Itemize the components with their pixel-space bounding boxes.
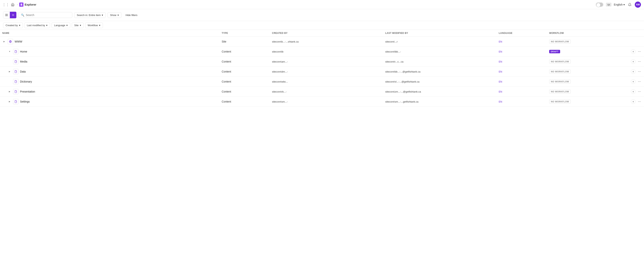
last-modified-by-filter-label: Last modified by — [27, 24, 45, 27]
language-cell: EN — [496, 96, 547, 106]
site-chevron-icon: ▾ — [80, 24, 81, 27]
created-by-value: sitecore\wbc... — [272, 80, 288, 83]
notification-icon[interactable] — [627, 2, 632, 7]
item-name: Home — [20, 50, 27, 53]
row-actions: + ⋯ — [631, 89, 642, 94]
search-in-button[interactable]: Search in: Entire item ▾ — [74, 12, 106, 18]
created-by-cell: sitecore\sm...- — [270, 96, 383, 106]
more-options-button[interactable]: ⋯ — [637, 59, 642, 64]
row-name-inner: Media — [2, 59, 217, 64]
site-filter-label: Site — [74, 24, 78, 27]
more-options-button[interactable]: ⋯ — [637, 69, 642, 74]
svg-rect-2 — [6, 15, 6, 16]
col-header-modified: Last modified by — [383, 30, 496, 36]
type-value: Content — [222, 60, 231, 63]
workflow-cell: NO WORKFLOW — [547, 76, 628, 86]
modified-by-value: sitecore\bb...-...@getfishtank.ca — [385, 70, 420, 73]
show-button[interactable]: Show ▾ — [108, 12, 122, 18]
hide-filters-button[interactable]: Hide filters — [123, 12, 140, 18]
name-cell: Dictionary — [0, 76, 220, 86]
brand-icon — [19, 2, 24, 7]
toggle-dot — [596, 3, 600, 7]
user-avatar[interactable]: AM — [635, 2, 641, 8]
search-bar: 🔍 Search in: Entire item ▾ Show ▾ Hide f… — [0, 9, 644, 21]
type-cell: Content — [220, 46, 270, 56]
brand-logo: Explorer — [19, 2, 36, 7]
created-by-cell: sitecore\am...- — [270, 56, 383, 66]
brand-title: Explorer — [24, 3, 36, 6]
actions-cell: + ⋯ — [628, 66, 644, 76]
created-by-value: sitecore\sm...- — [272, 100, 288, 103]
more-options-button[interactable]: ⋯ — [637, 99, 642, 104]
add-button[interactable]: + — [631, 49, 636, 54]
workflow-cell: NO WORKFLOW — [547, 66, 628, 76]
created-by-value: sitecore\rb...- — [272, 90, 286, 93]
actions-cell: + ⋯ — [628, 76, 644, 86]
toggle-track[interactable] — [596, 3, 603, 6]
site-filter[interactable]: Site ▾ — [72, 22, 84, 28]
item-icon — [8, 39, 13, 44]
language-value[interactable]: EN — [499, 80, 502, 83]
workflow-badge: NO WORKFLOW — [549, 80, 571, 84]
add-button[interactable]: + — [631, 59, 636, 64]
language-value[interactable]: EN — [499, 40, 502, 43]
row-name-inner: Dictionary — [2, 79, 217, 84]
add-button[interactable]: + — [631, 79, 636, 84]
workflow-filter-label: Workflow — [88, 24, 98, 27]
row-name-inner: ▶ Settings — [2, 99, 217, 104]
language-value[interactable]: EN — [499, 100, 502, 103]
workflow-cell: NO WORKFLOW — [547, 86, 628, 96]
search-input[interactable] — [26, 14, 70, 16]
type-value: Content — [222, 80, 231, 83]
more-options-button[interactable]: ⋯ — [637, 79, 642, 84]
toggle-switch[interactable] — [596, 2, 604, 7]
language-value[interactable]: EN — [499, 50, 502, 53]
hide-filters-label: Hide filters — [126, 14, 137, 16]
created-by-cell: sitecore\wbc... — [270, 76, 383, 86]
language-cell: EN — [496, 66, 547, 76]
language-cell: EN — [496, 36, 547, 46]
language-filter-label: Language — [54, 24, 65, 27]
created-by-value: sitecore\lb — [272, 50, 283, 53]
qa-badge: qa — [606, 3, 612, 6]
type-cell: Content — [220, 66, 270, 76]
expand-button[interactable]: ▶ — [8, 90, 12, 94]
last-modified-by-filter[interactable]: Last modified by ▾ — [24, 22, 50, 28]
language-value[interactable]: EN — [499, 60, 502, 63]
type-cell: Content — [220, 76, 270, 86]
modified-by-cell: sitecore\...r — [383, 36, 496, 46]
item-name: WWW — [14, 40, 22, 43]
expand-button[interactable]: ▶ — [2, 40, 6, 44]
created-by-value: sitecore\am...- — [272, 60, 288, 63]
workflow-cell: NO WORKFLOW — [547, 96, 628, 106]
last-modified-chevron-icon: ▾ — [46, 24, 48, 27]
more-options-button[interactable]: ⋯ — [637, 89, 642, 94]
add-button[interactable]: + — [631, 69, 636, 74]
workflow-filter[interactable]: Workflow ▾ — [85, 22, 103, 28]
item-name: Dictionary — [20, 80, 32, 83]
modified-by-value: sitecore\zm...-...@getfishtank.ca — [385, 90, 421, 93]
language-cell: EN — [496, 86, 547, 96]
more-options-button[interactable]: ⋯ — [637, 49, 642, 54]
table-row: ▶ Settings Content sitecore\sm...- sitec… — [0, 96, 644, 106]
language-value[interactable]: EN — [499, 70, 502, 73]
add-button[interactable]: + — [631, 99, 636, 104]
add-button[interactable]: + — [631, 89, 636, 94]
collapse-button[interactable]: ▼ — [8, 50, 12, 54]
workflow-chevron-icon: ▾ — [99, 24, 100, 27]
expand-button[interactable]: ▶ — [8, 100, 12, 104]
language-selector[interactable]: English ▾ — [614, 3, 625, 6]
language-cell: EN — [496, 76, 547, 86]
language-value[interactable]: EN — [499, 90, 502, 93]
apps-icon[interactable]: ⋮⋮ — [3, 2, 8, 7]
breadcrumb-chevron: › — [17, 3, 18, 6]
grid-view-button[interactable] — [3, 12, 10, 18]
name-cell: Media — [0, 56, 220, 66]
list-view-button[interactable] — [10, 12, 16, 18]
language-filter[interactable]: Language ▾ — [52, 22, 70, 28]
created-by-cell: sitecore\b...-...shtank.ca — [270, 36, 383, 46]
expand-button[interactable]: ▶ — [8, 70, 12, 74]
created-by-filter[interactable]: Created by ▾ — [3, 22, 23, 28]
col-header-created: Created by — [270, 30, 383, 36]
home-icon[interactable] — [10, 2, 16, 7]
